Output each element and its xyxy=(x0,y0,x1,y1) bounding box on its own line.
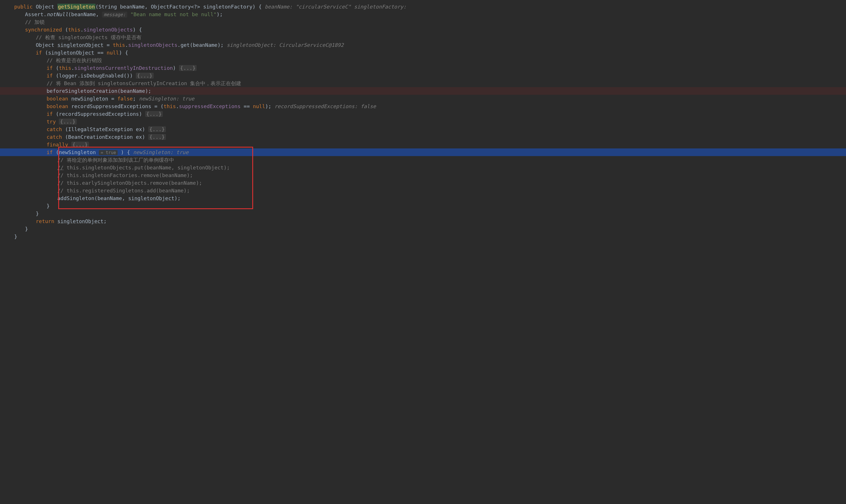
code-line-close-brace[interactable]: } xyxy=(14,233,846,240)
field-ref: suppressedExceptions xyxy=(179,103,241,109)
keyword-catch: catch xyxy=(47,126,62,132)
code-line-close-brace[interactable]: } xyxy=(14,210,846,217)
code-line-current-execution[interactable]: if (newSingleton = true ) { newSingleton… xyxy=(0,148,846,156)
type: Object xyxy=(36,42,54,48)
code-line-before-creation[interactable]: beforeSingletonCreation(beanName); xyxy=(0,87,846,95)
method-call: notNull xyxy=(47,11,68,17)
keyword-this: this xyxy=(68,27,81,33)
code-line-comment[interactable]: // 检查是否在执行销毁 xyxy=(14,56,846,64)
local-var: recordSuppressedExceptions xyxy=(71,103,151,109)
code-fold[interactable]: {...} xyxy=(71,142,89,148)
comment: // 将给定的单例对象添加加到该工厂的单例缓存中 xyxy=(57,157,174,163)
code-line-try-fold[interactable]: try {...} xyxy=(14,118,846,125)
keyword-finally: finally xyxy=(47,142,68,148)
param-name: beanName xyxy=(120,4,145,10)
code-line-comment[interactable]: // 将 Bean 添加到 singletonsCurrentlyInCreat… xyxy=(14,79,846,87)
field-ref: singletonObjects xyxy=(128,42,177,48)
keyword-false: false xyxy=(117,96,133,102)
keyword-catch: catch xyxy=(47,134,62,140)
keyword-null: null xyxy=(106,50,119,56)
keyword-if: if xyxy=(36,50,42,56)
code-line-finally-fold[interactable]: finally {...} xyxy=(14,141,846,148)
code-line-assign[interactable]: boolean recordSuppressedExceptions = (th… xyxy=(14,103,846,110)
keyword-if: if xyxy=(47,149,53,155)
comment: // this.earlySingletonObjects.remove(bea… xyxy=(57,180,202,186)
code-line-if-fold[interactable]: if (this.singletonsCurrentlyInDestructio… xyxy=(14,64,846,72)
paren: ( xyxy=(96,4,99,10)
code-editor[interactable]: public Object getSingleton(String beanNa… xyxy=(14,3,846,240)
code-line-comment[interactable]: // this.singletonFactories.remove(beanNa… xyxy=(14,172,846,179)
keyword-this: this xyxy=(59,65,71,71)
keyword-boolean: boolean xyxy=(47,96,68,102)
comment: // 加锁 xyxy=(25,19,45,25)
code-line-assign[interactable]: boolean newSingleton = false; newSinglet… xyxy=(14,95,846,103)
code-fold[interactable]: {...} xyxy=(179,65,196,71)
keyword-public: public xyxy=(14,4,33,10)
keyword-synchronized: synchronized xyxy=(25,27,62,33)
code-line-comment[interactable]: // this.registeredSingletons.add(beanNam… xyxy=(14,187,846,194)
close-brace: } xyxy=(36,211,39,217)
local-var: singletonObject xyxy=(57,218,104,224)
comment: // 检查 singletonObjects 缓存中是否有 xyxy=(36,34,141,40)
field-ref: singletonObjects xyxy=(84,27,133,33)
code-fold[interactable]: {...} xyxy=(136,73,153,78)
return-type: Object xyxy=(36,4,57,10)
close-brace: } xyxy=(25,226,28,232)
code-fold[interactable]: {...} xyxy=(148,134,166,140)
debug-inline-hint: newSingleton: true xyxy=(139,96,194,102)
param-type: String xyxy=(99,4,117,10)
code-line-method-signature[interactable]: public Object getSingleton(String beanNa… xyxy=(14,3,846,11)
comment: // this.registeredSingletons.add(beanNam… xyxy=(57,187,190,194)
close-brace: } xyxy=(47,203,50,209)
debug-inline-hint: recordSuppressedExceptions: false xyxy=(274,103,376,109)
code-line-return[interactable]: return singletonObject; xyxy=(14,217,846,225)
debug-inline-value: = true xyxy=(99,150,118,155)
code-line-if-fold[interactable]: if (recordSuppressedExceptions) {...} xyxy=(14,110,846,118)
code-line-synchronized[interactable]: synchronized (this.singletonObjects) { xyxy=(14,26,846,34)
debug-inline-hint: beanName: "circularServiceC" singletonFa… xyxy=(265,4,407,10)
keyword-this: this xyxy=(163,103,176,109)
code-line-comment[interactable]: // 检查 singletonObjects 缓存中是否有 xyxy=(14,34,846,41)
local-var: singletonObject xyxy=(57,42,104,48)
code-line-catch-fold[interactable]: catch (IllegalStateException ex) {...} xyxy=(14,125,846,133)
code-line-close-brace[interactable]: } xyxy=(14,225,846,233)
keyword-if: if xyxy=(47,65,53,71)
comment: // 检查是否在执行销毁 xyxy=(47,57,102,63)
keyword-return: return xyxy=(36,218,54,224)
local-var: singletonObject xyxy=(48,50,94,56)
code-line-close-brace[interactable]: } xyxy=(14,202,846,210)
param-hint: message: xyxy=(102,12,127,18)
code-line-if[interactable]: if (singletonObject == null) { xyxy=(14,49,846,56)
debug-inline-hint: singletonObject: CircularServiceC@1892 xyxy=(227,42,344,48)
class-ref: Assert xyxy=(25,11,44,17)
method-name-highlighted: getSingleton xyxy=(57,4,96,10)
keyword-this: this xyxy=(113,42,125,48)
code-line-add-singleton[interactable]: addSingleton(beanName, singletonObject); xyxy=(14,194,846,202)
code-fold[interactable]: {...} xyxy=(145,111,163,117)
field-ref: singletonsCurrentlyInDestruction xyxy=(74,65,173,71)
logger-ref: logger xyxy=(59,73,77,78)
code-line-comment[interactable]: // this.singletonObjects.put(beanName, s… xyxy=(14,164,846,172)
keyword-try: try xyxy=(47,119,56,125)
code-fold[interactable]: {...} xyxy=(148,126,166,132)
keyword-if: if xyxy=(47,111,53,117)
code-fold[interactable]: {...} xyxy=(59,119,76,125)
code-line-assert[interactable]: Assert.notNull(beanName, message: "Bean … xyxy=(14,11,846,18)
param-name: singletonFactory xyxy=(203,4,252,10)
comment: // 将 Bean 添加到 singletonsCurrentlyInCreat… xyxy=(47,80,241,86)
local-var: singletonObject xyxy=(128,195,174,201)
code-line-comment[interactable]: // 将给定的单例对象添加加到该工厂的单例缓存中 xyxy=(14,156,846,164)
code-line-catch-fold[interactable]: catch (BeanCreationException ex) {...} xyxy=(14,133,846,141)
debug-inline-hint: newSingleton: true xyxy=(133,149,189,155)
keyword-null: null xyxy=(253,103,265,109)
code-line-comment[interactable]: // this.earlySingletonObjects.remove(bea… xyxy=(14,179,846,187)
param-type: ObjectFactory<?> xyxy=(151,4,200,10)
comment: // this.singletonObjects.put(beanName, s… xyxy=(57,165,230,170)
code-line-assign[interactable]: Object singletonObject = this.singletonO… xyxy=(14,41,846,49)
local-var: newSingleton xyxy=(71,96,108,102)
code-line-if-fold[interactable]: if (logger.isDebugEnabled()) {...} xyxy=(14,72,846,79)
keyword-if: if xyxy=(47,73,53,78)
string-literal: "Bean name must not be null" xyxy=(131,11,217,17)
code-line-comment[interactable]: // 加锁 xyxy=(14,18,846,26)
method-call: addSingleton(beanName, xyxy=(57,195,128,201)
